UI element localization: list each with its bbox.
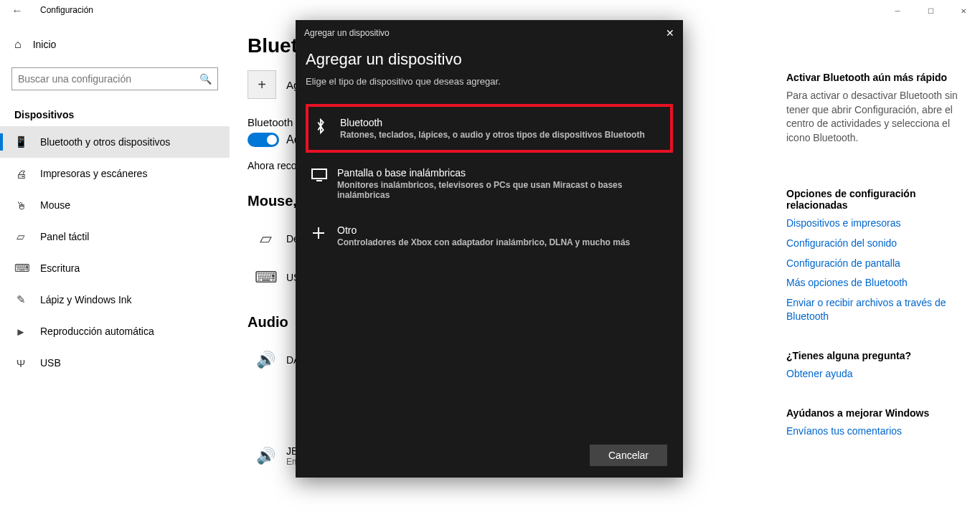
printer-icon: 🖨: [14, 168, 27, 180]
related-link[interactable]: Configuración del sonido: [786, 237, 966, 251]
dialog-titlebar: Agregar un dispositivo ✕: [296, 20, 683, 46]
related-link[interactable]: Enviar o recibir archivos a través de Bl…: [786, 296, 966, 324]
sidebar-item-printers[interactable]: 🖨 Impresoras y escáneres: [0, 158, 230, 189]
bluetooth-icon: [314, 118, 330, 134]
sidebar-item-label: Reproducción automática: [40, 326, 154, 337]
sidebar-item-mouse[interactable]: 🖱 Mouse: [0, 189, 230, 221]
aside-panel: Activar Bluetooth aún más rápido Para ac…: [786, 72, 966, 444]
sidebar-item-typing[interactable]: ⌨ Escritura: [0, 252, 230, 284]
related-link[interactable]: Más opciones de Bluetooth: [786, 276, 966, 290]
pen-icon: ✎: [14, 293, 27, 306]
tip-body: Para activar o desactivar Bluetooth sin …: [786, 89, 966, 145]
usb-icon: Ψ: [14, 357, 27, 369]
close-icon[interactable]: ✕: [947, 0, 980, 23]
device-type-title: Bluetooth: [340, 117, 645, 128]
sidebar-item-label: Lápiz y Windows Ink: [40, 294, 132, 305]
plus-icon: [311, 226, 327, 240]
sidebar-home[interactable]: ⌂ Inicio: [0, 29, 230, 60]
speaker-icon: 🔊: [255, 351, 276, 369]
add-device-dialog: Agregar un dispositivo ✕ Agregar un disp…: [296, 20, 683, 478]
device-type-desc: Ratones, teclados, lápices, o audio y ot…: [340, 130, 645, 140]
minimize-icon[interactable]: ─: [881, 0, 914, 23]
autoplay-icon: ►: [14, 326, 27, 338]
bluetooth-toggle[interactable]: [248, 133, 279, 147]
mouse-icon: 🖱: [14, 199, 27, 212]
search-input[interactable]: [18, 73, 199, 85]
sidebar-item-pen[interactable]: ✎ Lápiz y Windows Ink: [0, 284, 230, 315]
dialog-subtitle: Elige el tipo de dispositivo que deseas …: [306, 76, 673, 87]
device-type-title: Otro: [337, 224, 630, 236]
sidebar-item-touchpad[interactable]: ▱ Panel táctil: [0, 221, 230, 252]
dialog-window-title: Agregar un dispositivo: [304, 28, 390, 38]
related-link[interactable]: Configuración de pantalla: [786, 257, 966, 271]
display-icon: [311, 169, 327, 181]
device-type-other[interactable]: Otro Controladores de Xbox con adaptador…: [306, 214, 673, 257]
keyboard-device-icon: ⌨: [255, 268, 276, 287]
related-link[interactable]: Dispositivos e impresoras: [786, 217, 966, 231]
sidebar: ⌂ Inicio 🔍 Dispositivos 📱 Bluetooth y ot…: [0, 29, 230, 379]
sidebar-item-label: Impresoras y escáneres: [40, 168, 147, 179]
window-title: Configuración: [40, 5, 93, 15]
touchpad-device-icon: ▱: [255, 229, 276, 248]
sidebar-item-label: USB: [40, 357, 61, 369]
device-type-bluetooth[interactable]: Bluetooth Ratones, teclados, lápices, o …: [306, 104, 673, 153]
speaker-icon: 🔊: [255, 447, 276, 465]
sidebar-section-header: Dispositivos: [0, 90, 230, 126]
help-link[interactable]: Obtener ayuda: [786, 367, 966, 381]
sidebar-item-label: Mouse: [40, 199, 70, 211]
search-input-wrapper[interactable]: 🔍: [11, 67, 218, 90]
sidebar-item-autoplay[interactable]: ► Reproducción automática: [0, 315, 230, 347]
touchpad-icon: ▱: [14, 230, 27, 243]
device-type-desc: Monitores inalámbricos, televisores o PC…: [337, 180, 667, 200]
home-icon: ⌂: [14, 38, 22, 51]
related-title: Opciones de configuración relacionadas: [786, 188, 966, 211]
sidebar-item-label: Panel táctil: [40, 231, 89, 242]
improve-title: Ayúdanos a mejorar Windows: [786, 407, 966, 419]
sidebar-home-label: Inicio: [33, 39, 57, 50]
dialog-close-icon[interactable]: ✕: [666, 27, 674, 39]
svg-rect-0: [312, 169, 326, 179]
bluetooth-icon: 📱: [14, 136, 27, 148]
sidebar-item-bluetooth[interactable]: 📱 Bluetooth y otros dispositivos: [0, 126, 230, 158]
device-type-wireless-display[interactable]: Pantalla o base inalámbricas Monitores i…: [306, 157, 673, 210]
question-title: ¿Tienes alguna pregunta?: [786, 350, 966, 361]
feedback-link[interactable]: Envíanos tus comentarios: [786, 424, 966, 439]
sidebar-item-usb[interactable]: Ψ USB: [0, 347, 230, 379]
device-type-title: Pantalla o base inalámbricas: [337, 167, 667, 179]
search-icon: 🔍: [199, 73, 212, 85]
back-icon[interactable]: ←: [11, 4, 23, 17]
dialog-heading: Agregar un dispositivo: [306, 50, 673, 69]
cancel-button[interactable]: Cancelar: [590, 445, 667, 466]
plus-icon: +: [248, 70, 276, 99]
sidebar-item-label: Bluetooth y otros dispositivos: [40, 136, 170, 148]
keyboard-icon: ⌨: [14, 262, 27, 275]
tip-title: Activar Bluetooth aún más rápido: [786, 72, 966, 83]
sidebar-item-label: Escritura: [40, 262, 80, 274]
maximize-icon[interactable]: ☐: [914, 0, 947, 23]
device-type-desc: Controladores de Xbox con adaptador inal…: [337, 237, 630, 247]
